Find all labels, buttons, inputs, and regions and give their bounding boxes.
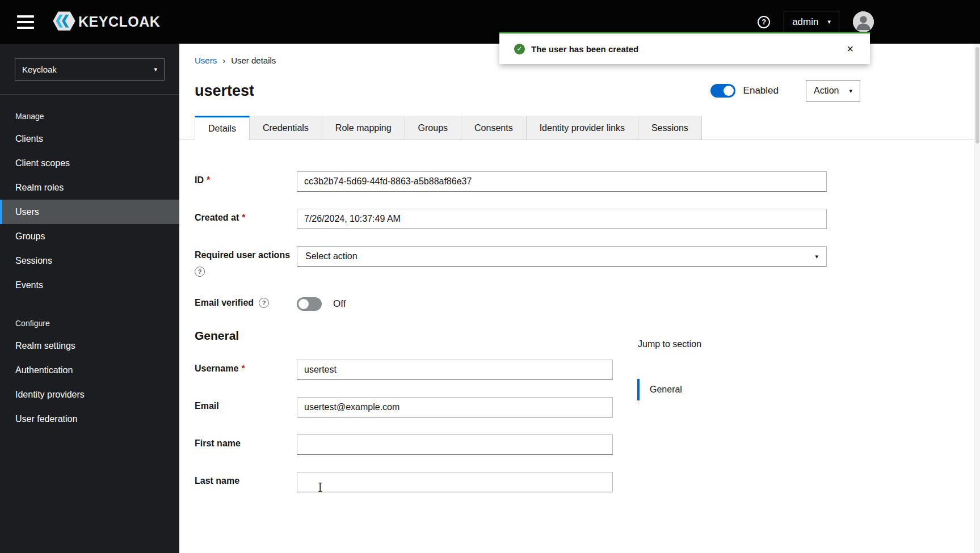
keycloak-logo-icon — [52, 9, 76, 35]
email-verified-label: Email verified — [195, 298, 254, 308]
jump-to-section-list: General — [638, 375, 701, 404]
scrollbar-thumb[interactable] — [975, 47, 979, 143]
realm-selector[interactable]: Keycloak ▾ — [15, 58, 165, 81]
chevron-down-icon: ▾ — [154, 66, 157, 73]
email-label: Email — [195, 401, 219, 411]
required-asterisk: * — [207, 175, 210, 185]
tab-credentials[interactable]: Credentials — [250, 116, 322, 140]
chevron-down-icon: ▾ — [827, 18, 831, 26]
manage-nav: Clients Client scopes Realm roles Users … — [0, 126, 179, 297]
alert-message: The user has been created — [531, 44, 638, 54]
form-row-created-at: Created at* — [195, 209, 980, 229]
help-icon[interactable]: ? — [758, 16, 770, 28]
success-check-icon: ✓ — [514, 44, 525, 54]
id-input[interactable] — [297, 171, 827, 192]
sidebar-item-user-federation[interactable]: User federation — [0, 407, 179, 431]
configure-nav: Realm settings Authentication Identity p… — [0, 334, 179, 431]
form-row-last-name: Last name — [195, 472, 980, 492]
jump-link-general[interactable]: General — [637, 379, 701, 400]
email-verified-state-label: Off — [333, 298, 346, 310]
username-input[interactable] — [297, 360, 613, 380]
sidebar-item-sessions[interactable]: Sessions — [0, 248, 179, 273]
last-name-input[interactable] — [297, 472, 613, 492]
jump-to-section-title: Jump to section — [638, 339, 701, 349]
required-actions-label: Required user actions — [195, 250, 290, 260]
sidebar-item-authentication[interactable]: Authentication — [0, 358, 179, 382]
breadcrumb-users-link[interactable]: Users — [195, 56, 217, 65]
main-content: Users › User details usertest Enabled Ac… — [179, 44, 980, 553]
breadcrumb-current: User details — [231, 56, 276, 65]
realm-selector-label: Keycloak — [22, 65, 57, 74]
form-row-email: Email — [195, 397, 980, 417]
sidebar-item-clients[interactable]: Clients — [0, 126, 179, 151]
toggle-knob — [298, 299, 309, 309]
first-name-label: First name — [195, 438, 241, 448]
chevron-down-icon: ▾ — [815, 253, 818, 260]
vertical-scrollbar[interactable] — [974, 44, 980, 553]
nav-section-configure: Configure — [15, 319, 179, 328]
realm-selector-wrap: Keycloak ▾ — [0, 44, 179, 95]
sidebar-item-identity-providers[interactable]: Identity providers — [0, 382, 179, 407]
created-at-label-cell: Created at* — [195, 209, 297, 223]
created-at-label: Created at — [195, 213, 239, 222]
chevron-down-icon: ▾ — [849, 87, 852, 95]
jump-to-section-panel: Jump to section General — [638, 339, 701, 404]
general-section-heading: General — [195, 329, 980, 343]
user-menu-label: admin — [792, 16, 818, 28]
sidebar-item-events[interactable]: Events — [0, 273, 179, 297]
user-details-form: ID* Created at* Required user actions ? … — [195, 171, 980, 492]
tab-groups[interactable]: Groups — [405, 116, 461, 140]
email-verified-toggle[interactable] — [297, 297, 322, 311]
required-actions-select[interactable]: Select action ▾ — [297, 246, 827, 267]
close-icon[interactable]: ✕ — [844, 41, 856, 57]
email-label-cell: Email — [195, 397, 297, 411]
last-name-label: Last name — [195, 476, 239, 486]
first-name-input[interactable] — [297, 434, 613, 455]
tab-consents[interactable]: Consents — [461, 116, 527, 140]
form-row-id: ID* — [195, 171, 980, 192]
email-input[interactable] — [297, 397, 613, 417]
form-row-email-verified: Email verified ? Off — [195, 294, 980, 311]
sidebar: Keycloak ▾ Manage Clients Client scopes … — [0, 44, 179, 553]
tab-details[interactable]: Details — [195, 116, 250, 140]
nav-toggle-button[interactable] — [14, 12, 37, 32]
form-row-required-actions: Required user actions ? Select action ▾ — [195, 246, 980, 277]
sidebar-item-users[interactable]: Users — [0, 200, 179, 224]
action-dropdown-label: Action — [814, 86, 839, 96]
sidebar-item-realm-roles[interactable]: Realm roles — [0, 175, 179, 200]
required-asterisk: * — [242, 213, 245, 222]
user-menu-button[interactable]: admin ▾ — [784, 11, 839, 33]
id-label-cell: ID* — [195, 171, 297, 185]
last-name-label-cell: Last name — [195, 472, 297, 486]
required-asterisk: * — [241, 364, 245, 373]
id-label: ID — [195, 175, 204, 185]
username-label: Username — [195, 364, 238, 373]
tab-bar: Details Credentials Role mapping Groups … — [195, 116, 980, 140]
enabled-toggle[interactable] — [710, 84, 735, 98]
sidebar-item-realm-settings[interactable]: Realm settings — [0, 334, 179, 358]
chevron-right-icon: › — [222, 56, 225, 65]
sidebar-item-groups[interactable]: Groups — [0, 224, 179, 248]
page-header: usertest Enabled Action ▾ — [195, 80, 860, 102]
email-verified-toggle-cell: Off — [297, 297, 346, 311]
username-label-cell: Username* — [195, 360, 297, 374]
keycloak-logo: KEYCLOAK — [52, 9, 160, 35]
tab-role-mapping[interactable]: Role mapping — [322, 116, 405, 140]
form-row-username: Username* — [195, 360, 980, 380]
keycloak-logo-text: KEYCLOAK — [78, 14, 160, 30]
enabled-toggle-label: Enabled — [743, 85, 779, 96]
avatar[interactable] — [853, 11, 874, 32]
help-icon[interactable]: ? — [195, 267, 205, 277]
toggle-knob — [724, 86, 734, 96]
required-actions-label-cell: Required user actions ? — [195, 246, 297, 277]
tab-sessions[interactable]: Sessions — [638, 116, 702, 140]
tab-identity-provider-links[interactable]: Identity provider links — [527, 116, 638, 140]
created-at-input[interactable] — [297, 209, 827, 229]
sidebar-item-client-scopes[interactable]: Client scopes — [0, 151, 179, 175]
action-dropdown-button[interactable]: Action ▾ — [806, 80, 860, 102]
form-row-first-name: First name — [195, 434, 980, 455]
email-verified-label-cell: Email verified ? — [195, 294, 297, 308]
first-name-label-cell: First name — [195, 434, 297, 449]
help-icon[interactable]: ? — [259, 298, 269, 308]
page-title: usertest — [195, 82, 254, 100]
